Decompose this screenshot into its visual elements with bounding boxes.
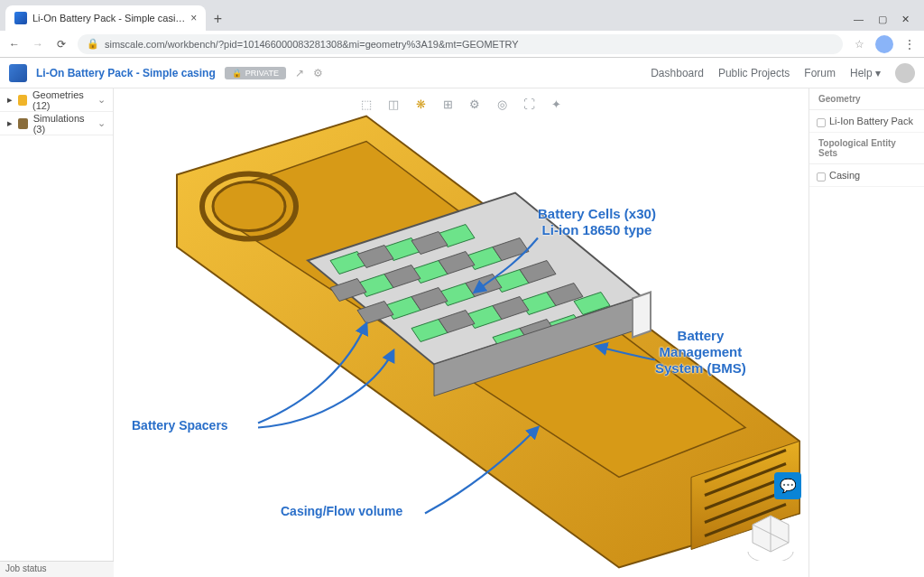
3d-viewport[interactable]: ⬚ ◫ ❋ ⊞ ⚙ ◎ ⛶ ✦: [114, 88, 808, 577]
url-input[interactable]: 🔒 simscale.com/workbench/?pid=1014660000…: [78, 34, 843, 54]
topo-item[interactable]: Casing: [809, 164, 924, 187]
nav-public-projects[interactable]: Public Projects: [718, 67, 790, 79]
nav-forward-icon[interactable]: →: [31, 38, 45, 51]
settings-icon[interactable]: ⚙: [313, 67, 323, 79]
orientation-cube[interactable]: [744, 507, 798, 561]
chevron-down-icon[interactable]: ⌄: [97, 94, 106, 106]
tree-item-simulations[interactable]: ▸ Simulations (3) ⌄: [0, 112, 113, 135]
new-tab-button[interactable]: +: [206, 7, 229, 31]
chat-button[interactable]: 💬: [774, 472, 801, 499]
project-title[interactable]: Li-On Battery Pack - Simple casing: [36, 67, 216, 79]
share-icon[interactable]: ↗: [295, 67, 304, 79]
callout-spacers: Battery Spacers: [132, 418, 228, 433]
app-logo[interactable]: [9, 64, 27, 82]
browser-profile-avatar[interactable]: [875, 35, 893, 53]
header-nav: Dashboard Public Projects Forum Help ▾: [651, 63, 915, 83]
lock-icon: 🔒: [87, 38, 99, 50]
nav-back-icon[interactable]: ←: [7, 38, 22, 51]
panel-heading-topo: Topological Entity Sets: [809, 133, 924, 164]
nav-help[interactable]: Help ▾: [850, 67, 881, 79]
svg-marker-41: [633, 293, 651, 338]
callout-casing: Casing/Flow volume: [281, 504, 402, 519]
browser-address-bar: ← → ⟳ 🔒 simscale.com/workbench/?pid=1014…: [0, 31, 924, 58]
private-badge[interactable]: 🔒 PRIVATE: [225, 67, 286, 79]
window-controls: — ▢ ✕: [845, 14, 919, 31]
svg-point-9: [213, 182, 285, 231]
browser-tab-strip: Li-On Battery Pack - Simple casi… × + — …: [0, 0, 924, 31]
chevron-down-icon[interactable]: ⌄: [97, 117, 106, 129]
tree-label: Geometries (12): [32, 89, 92, 111]
reload-icon[interactable]: ⟳: [54, 38, 69, 51]
app-header: Li-On Battery Pack - Simple casing 🔒 PRI…: [0, 58, 924, 88]
simulation-icon: [18, 118, 28, 129]
callout-cells: Battery Cells (x30) Li-ion 18650 type: [538, 206, 656, 238]
nav-forum[interactable]: Forum: [804, 67, 836, 79]
callout-bms: Battery Management System (BMS): [655, 328, 746, 377]
browser-menu-icon[interactable]: ⋮: [902, 38, 917, 51]
chat-icon: 💬: [780, 478, 797, 494]
browser-tab[interactable]: Li-On Battery Pack - Simple casi… ×: [5, 5, 206, 31]
close-window-icon[interactable]: ✕: [901, 14, 910, 25]
tab-title: Li-On Battery Pack - Simple casi…: [32, 13, 185, 23]
bookmark-icon[interactable]: ☆: [852, 38, 866, 51]
maximize-icon[interactable]: ▢: [878, 14, 887, 25]
job-status-bar[interactable]: Job status: [0, 561, 114, 577]
geometry-item[interactable]: Li-Ion Battery Pack: [809, 110, 924, 133]
main-area: ▸ Geometries (12) ⌄ ▸ Simulations (3) ⌄ …: [0, 88, 924, 577]
nav-dashboard[interactable]: Dashboard: [651, 67, 704, 79]
url-text: simscale.com/workbench/?pid=101466000083…: [105, 39, 519, 50]
user-avatar[interactable]: [895, 63, 915, 83]
tree-label: Simulations (3): [33, 113, 92, 135]
left-panel: ▸ Geometries (12) ⌄ ▸ Simulations (3) ⌄: [0, 88, 114, 577]
close-tab-icon[interactable]: ×: [190, 12, 197, 24]
minimize-icon[interactable]: —: [854, 14, 864, 25]
panel-heading-geometry: Geometry: [809, 88, 924, 110]
tree-item-geometries[interactable]: ▸ Geometries (12) ⌄: [0, 88, 113, 112]
lock-icon: 🔒: [232, 69, 242, 78]
right-panel: Geometry Li-Ion Battery Pack Topological…: [808, 88, 924, 577]
geometry-icon: [18, 95, 27, 106]
tab-favicon: [14, 12, 27, 24]
